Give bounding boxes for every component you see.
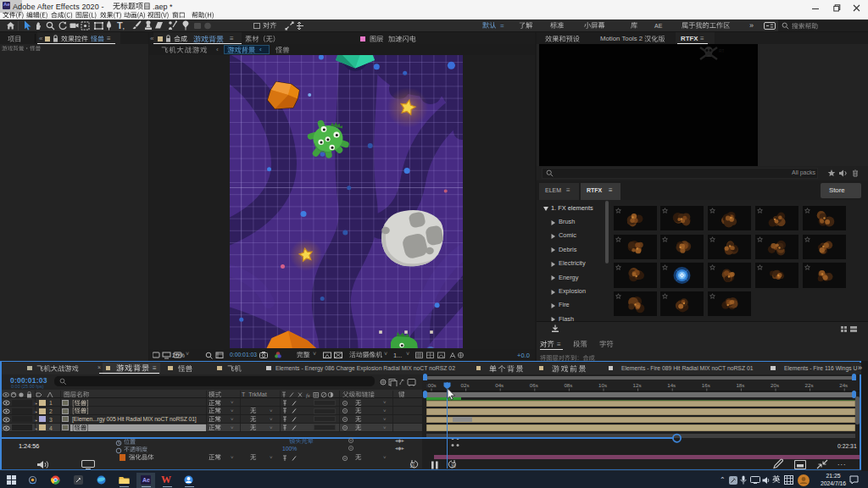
svg-text:30: 30 — [451, 463, 456, 469]
svg-text:10: 10 — [410, 463, 415, 469]
